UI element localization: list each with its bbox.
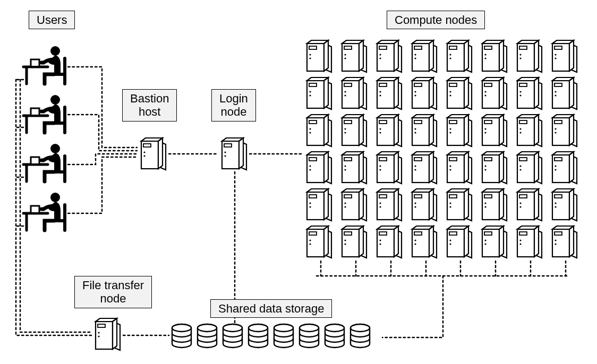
file-transfer-node-icon	[96, 318, 120, 350]
user-icon	[23, 193, 65, 230]
shared-storage-icons	[172, 324, 370, 348]
shared-storage-label: Shared data storage	[210, 299, 332, 318]
user-icon	[23, 95, 65, 133]
users-group	[23, 46, 65, 230]
login-node-icon	[222, 138, 246, 170]
users-label: Users	[29, 11, 75, 29]
user-icon	[23, 144, 65, 181]
user-icon	[23, 46, 65, 84]
bastion-host-label: Bastion host	[122, 89, 177, 122]
compute-nodes-grid	[307, 40, 577, 258]
bastion-host-icon	[141, 138, 166, 170]
file-transfer-label: File transfer node	[74, 276, 152, 308]
login-node-label: Login node	[211, 89, 256, 122]
compute-nodes-label: Compute nodes	[387, 11, 485, 29]
